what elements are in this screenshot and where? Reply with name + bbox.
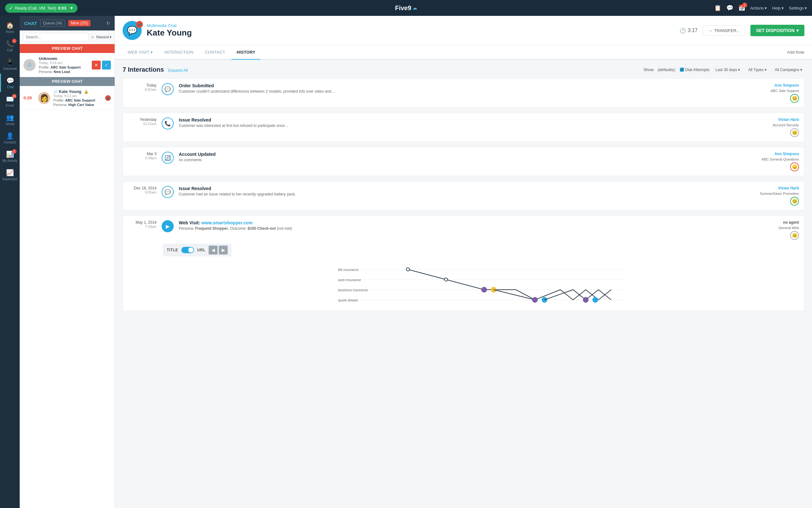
title-url-toggle[interactable] <box>181 247 194 253</box>
voicemail-icon: 📱 <box>6 58 14 66</box>
contact-timer: 3:17 <box>688 28 698 33</box>
play-interaction-icon: ▶ <box>166 223 169 229</box>
sentiment-3[interactable]: 😊 <box>790 197 799 206</box>
add-note-btn[interactable]: Add Note <box>787 50 804 54</box>
contact-subtitle: Multimedia Chat <box>147 23 674 28</box>
chat-panel-header: CHAT Queue (34) Mine (2/5) ↻ <box>20 16 115 31</box>
main-layout: 🏠 Home 📞 1 Call 📱 Voicemail 💬 Chat ✉️ 13… <box>0 16 812 508</box>
chat-name-unknown: Unknown <box>39 56 89 61</box>
web-visit-toggle-bar: TITLE URL ◀ ▶ <box>163 244 232 256</box>
sidebar-label-call: Call <box>7 48 12 52</box>
refresh-btn[interactable]: ↻ <box>106 20 110 26</box>
main-content: 💬 📹 Multimedia Chat Kate Young 🕐 3:17 → … <box>115 16 812 508</box>
last30-arrow: ▾ <box>738 68 740 72</box>
five9-logo-text: Five9 <box>395 4 411 12</box>
ready-dropdown-arrow[interactable]: ▼ <box>70 6 74 10</box>
set-disposition-btn[interactable]: SET DISPOSITION ▾ <box>750 25 804 36</box>
defaults-label: (defaults): <box>658 67 676 72</box>
chat-meta-unknown: Profile: ABC Sale Support <box>39 66 89 69</box>
toggle-nav: ◀ ▶ <box>209 246 228 254</box>
notes-icon-btn[interactable]: 📋 <box>714 4 721 11</box>
interaction-icon-4: ▶ <box>162 220 174 232</box>
chat-item-unknown[interactable]: ☺ Unknown Today, 9:16 am Profile: ABC Sa… <box>20 53 115 77</box>
expand-all-btn[interactable]: Expand All <box>168 68 188 73</box>
toggle-next-btn[interactable]: ▶ <box>219 246 228 254</box>
all-types-filter-btn[interactable]: All Types ▾ <box>746 66 769 73</box>
sidebar-label-contacts: Contacts <box>3 140 16 144</box>
search-input[interactable] <box>23 33 89 41</box>
dial-attempts-filter[interactable]: Dial Attempts <box>680 67 710 72</box>
sidebar-item-email[interactable]: ✉️ 13 Email <box>0 92 20 111</box>
newest-btn[interactable]: Newest ▾ <box>96 35 112 39</box>
contact-header-right: 🕐 3:17 → TRANSFER... SET DISPOSITION ▾ <box>680 25 804 36</box>
transfer-btn[interactable]: → TRANSFER... <box>703 26 745 36</box>
chat-icon-btn[interactable]: 💬 <box>726 4 733 11</box>
clock-icon: 🕐 <box>680 28 686 34</box>
interaction-body-3: Issue Resolved Customer had an issue rel… <box>179 186 743 206</box>
tab-web-visit[interactable]: WEB VISIT ▾ <box>123 45 158 60</box>
sentiment-4[interactable]: 😐 <box>790 231 799 240</box>
agent-1[interactable]: Vivian Harb <box>778 117 799 122</box>
agent-0[interactable]: Ann Simpson <box>775 83 799 88</box>
sidebar-item-contacts[interactable]: 👤 Contacts <box>0 129 20 147</box>
interaction-item-1: Yesterday 10:15am 📞 Issue Resolved Custo… <box>123 113 804 142</box>
sidebar-label-social: Social <box>5 122 14 126</box>
settings-btn[interactable]: Settings ▾ <box>789 6 807 10</box>
email-badge: 13 <box>12 94 16 98</box>
ready-badge[interactable]: ✓ Ready (Call, VM, Text) 0:03 ▼ <box>5 3 77 13</box>
dial-attempts-checkbox[interactable] <box>680 68 684 72</box>
web-visit-link[interactable]: www.smartshopper.com <box>201 220 253 225</box>
tab-history[interactable]: HISTORY <box>232 45 260 60</box>
actions-btn[interactable]: Actions ▾ <box>750 6 767 10</box>
sidebar-label-email: Email <box>6 104 14 107</box>
sentiment-0[interactable]: 😊 <box>790 94 799 103</box>
interaction-date-3: Dec 18, 2014 9:05am <box>128 186 157 206</box>
queue-btn[interactable]: Queue (34) <box>40 20 66 27</box>
sidebar-item-supervisor[interactable]: 📈 Supervisor <box>0 166 20 184</box>
last30-filter-btn[interactable]: Last 30 days ▾ <box>713 66 742 73</box>
toggle-prev-btn[interactable]: ◀ <box>209 246 218 254</box>
all-campaigns-arrow: ▾ <box>800 68 802 72</box>
disposition-dropdown-icon: ▾ <box>797 28 799 33</box>
agent-3[interactable]: Vivian Harb <box>778 186 799 190</box>
sidebar-item-chat[interactable]: 💬 Chat <box>0 74 20 92</box>
mine-btn[interactable]: Mine (2/5) <box>68 20 90 26</box>
check-icon: ✓ <box>9 5 13 11</box>
history-header: 7 Interactions Expand All Show (defaults… <box>123 66 804 73</box>
svg-text:auto insurance: auto insurance <box>338 278 361 282</box>
svg-point-10 <box>481 287 487 293</box>
chat-info-kate: ☺ Kate Young 🔒 Today, 9:13 am Profile: A… <box>53 89 102 107</box>
show-label: Show <box>643 67 654 72</box>
top-nav: ✓ Ready (Call, VM, Text) 0:03 ▼ Five9 ☁ … <box>0 0 812 16</box>
svg-text:quote details: quote details <box>338 298 358 302</box>
svg-point-14 <box>583 297 589 303</box>
sidebar-item-call[interactable]: 📞 1 Call <box>0 37 20 55</box>
sentiment-1[interactable]: 😐 <box>790 128 799 137</box>
sidebar-label-activity: My Activity <box>2 159 17 163</box>
home-icon: 🏠 <box>6 22 14 29</box>
accept-btn-unknown[interactable]: ✓ <box>102 60 111 70</box>
sidebar-item-social[interactable]: 👥 Social <box>0 111 20 129</box>
calendar-badge: 1 <box>742 3 747 8</box>
reject-btn-unknown[interactable]: ✕ <box>92 60 101 70</box>
chat-persona-unknown: Persona: New Lead <box>39 70 89 74</box>
sidebar-item-activity[interactable]: 📊 2 My Activity <box>0 147 20 166</box>
activity-badge: 2 <box>12 149 16 154</box>
search-clear-icon[interactable]: ✕ <box>91 35 94 40</box>
lock-icon: 🔒 <box>84 89 89 94</box>
sentiment-2[interactable]: 😞 <box>790 163 799 171</box>
contact-name: Kate Young <box>147 28 674 38</box>
chat-bubble-icon: 💬 <box>127 26 137 36</box>
contact-video-badge: 📹 <box>136 21 143 28</box>
help-btn[interactable]: Help ▾ <box>772 6 784 10</box>
chat-item-kate[interactable]: 0:29 👩 ☺ Kate Young 🔒 Today, 9:13 am Pro… <box>20 86 115 110</box>
sidebar-item-home[interactable]: 🏠 Home <box>0 18 20 37</box>
agent-2[interactable]: Ann Simpson <box>775 152 799 156</box>
all-campaigns-filter-btn[interactable]: All Campaigns ▾ <box>773 66 804 73</box>
contacts-icon: 👤 <box>6 132 14 140</box>
calendar-icon-btn[interactable]: 📅 1 <box>738 4 745 11</box>
tab-contact[interactable]: CONTACT <box>200 45 230 60</box>
ready-timer: 0:03 <box>58 6 66 10</box>
sidebar-item-voicemail[interactable]: 📱 Voicemail <box>0 55 20 74</box>
tab-interaction[interactable]: INTERACTION <box>159 45 198 60</box>
